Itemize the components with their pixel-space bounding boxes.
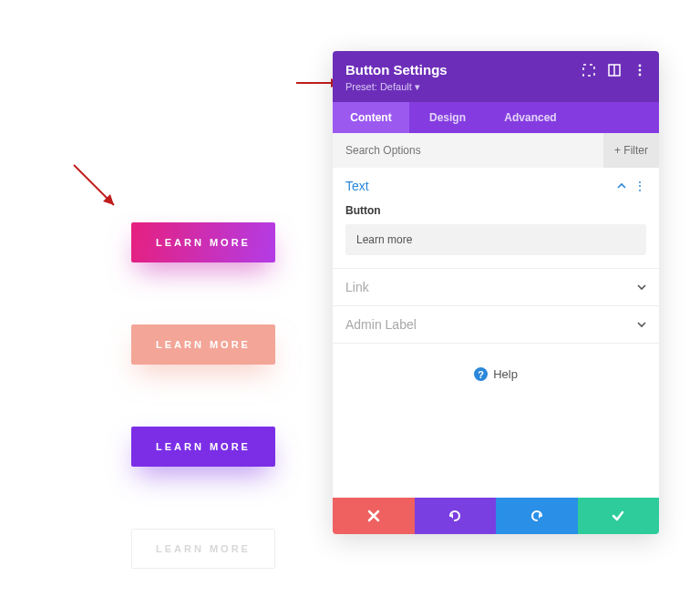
help-link[interactable]: ? Help [333,344,659,405]
save-button[interactable] [578,498,660,534]
preview-button-coral[interactable]: LEARN MORE [131,324,275,365]
preview-button-white[interactable]: LEARN MORE [131,529,275,569]
preview-button-label: LEARN MORE [156,339,251,350]
section-text: Text ⋮ Button [333,168,659,269]
close-icon [367,510,380,522]
preview-button-label: LEARN MORE [156,441,251,452]
more-icon[interactable] [633,64,646,77]
svg-point-9 [639,73,642,76]
preset-dropdown[interactable]: Preset: Default ▾ [345,81,646,93]
panel-footer [333,498,659,534]
section-more-icon[interactable]: ⋮ [633,180,646,192]
check-icon [611,509,625,523]
chevron-up-icon [617,181,626,190]
undo-icon [448,509,462,523]
preview-button-label: LEARN MORE [156,237,251,248]
expand-icon[interactable] [582,64,595,77]
tab-content[interactable]: Content [333,102,409,133]
undo-button[interactable] [415,498,497,534]
cancel-button[interactable] [333,498,415,534]
section-title: Link [345,280,369,294]
chevron-down-icon [637,320,646,329]
settings-panel: Button Settings Preset: Default ▾ Conten… [333,51,659,534]
tabs: Content Design Advanced [333,102,659,133]
panel-title: Button Settings [345,62,448,77]
layout-icon[interactable] [608,64,621,77]
tab-design[interactable]: Design [409,102,486,133]
svg-rect-4 [583,65,594,76]
chevron-down-icon [637,283,646,292]
search-input[interactable] [333,144,603,157]
redo-button[interactable] [496,498,578,534]
preview-button-label: LEARN MORE [156,543,251,554]
section-title: Text [345,179,369,193]
redo-icon [530,509,544,523]
panel-header: Button Settings Preset: Default ▾ [333,51,659,102]
search-row: + Filter [333,133,659,168]
tab-advanced[interactable]: Advanced [486,102,575,133]
section-title: Admin Label [345,317,417,332]
help-icon: ? [474,367,488,381]
section-link-header[interactable]: Link [333,269,659,305]
preview-button-purple[interactable]: LEARN MORE [131,427,275,467]
filter-button[interactable]: + Filter [603,133,659,168]
field-label-button: Button [345,204,646,217]
svg-point-8 [639,68,642,71]
help-label: Help [493,367,518,381]
section-link: Link [333,269,659,306]
section-text-header[interactable]: Text ⋮ [333,168,659,204]
section-admin-label-header[interactable]: Admin Label [333,306,659,343]
panel-body: Text ⋮ Button Link Admin Label [333,168,659,498]
annotation-arrow-icon [68,160,123,214]
button-text-input[interactable] [345,224,646,255]
svg-point-7 [639,64,642,67]
section-admin-label: Admin Label [333,306,659,344]
preview-button-gradient[interactable]: LEARN MORE [131,222,275,262]
